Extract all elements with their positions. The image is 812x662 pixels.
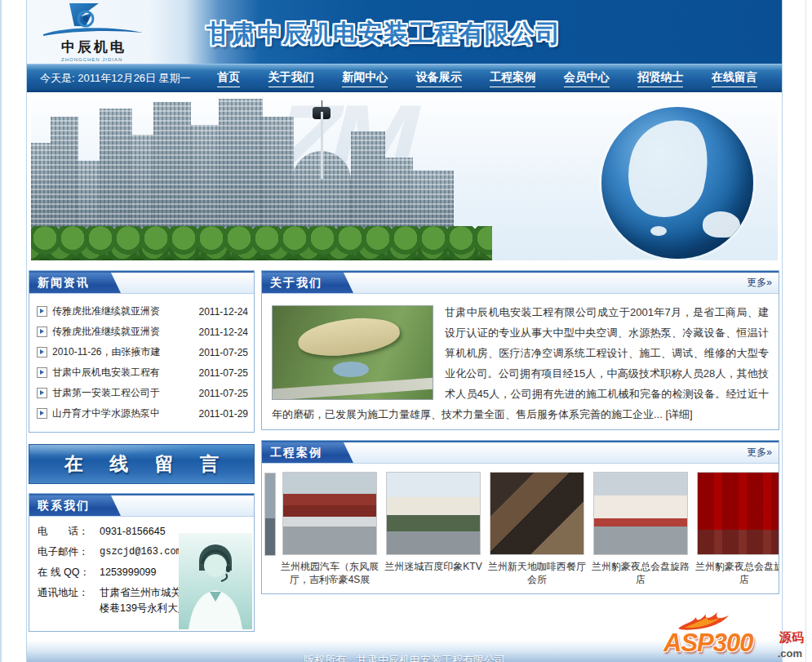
news-link[interactable]: 传雅虎批准继续就亚洲资 [52, 325, 189, 339]
cases-more-link[interactable]: 更多» [747, 446, 779, 460]
hero-banner: ZM [31, 97, 778, 260]
news-date: 2011-07-25 [189, 347, 248, 358]
case-thumbnail-partial [264, 473, 276, 556]
nav-item-members[interactable]: 会员中心 [564, 70, 610, 87]
city-skyline-graphic [31, 97, 490, 239]
news-list: 传雅虎批准继续就亚洲资 2011-12-24 传雅虎批准继续就亚洲资 2011-… [29, 294, 254, 432]
asp300-logo-text: ASP300 [663, 629, 752, 658]
news-date: 2011-12-24 [189, 327, 248, 338]
logo-cn-text: 中辰机电 [61, 38, 193, 56]
nav-item-home[interactable]: 首页 [217, 70, 240, 87]
news-row: 甘肃中辰机电安装工程有 2011-07-25 [37, 362, 248, 383]
case-caption-link[interactable]: 兰州新天地咖啡西餐厅会所 [487, 560, 587, 586]
about-detail-link[interactable]: [详细] [665, 408, 692, 420]
news-row: 传雅虎批准继续就亚洲资 2011-12-24 [37, 322, 248, 342]
news-link[interactable]: 传雅虎批准继续就亚洲资 [52, 304, 189, 318]
nav-item-guestbook[interactable]: 在线留言 [712, 70, 757, 87]
case-item: 兰州新天地咖啡西餐厅会所 [487, 472, 587, 586]
nav-item-jobs[interactable]: 招贤纳士 [637, 70, 683, 87]
about-body: 甘肃中辰机电安装工程有限公司成立于2001年7月，是省工商局、建设厅认证的专业从… [262, 294, 779, 429]
about-panel-header: 关于我们 更多» [262, 271, 779, 294]
news-row: 传雅虎批准继续就亚洲资 2011-12-24 [37, 301, 248, 322]
case-item: 兰州豹豪夜总会盘旋路店 [694, 472, 779, 586]
date-text: 今天是: 2011年12月26日 星期一 [27, 71, 207, 86]
case-thumbnail[interactable] [282, 472, 377, 555]
guestbook-banner-button[interactable]: 在 线 留 言 [29, 444, 255, 484]
case-caption-link[interactable]: 兰州豹豪夜总会盘旋路店 [694, 560, 779, 586]
case-item: 兰州迷城百度印象KTV [384, 472, 483, 586]
case-thumbnail[interactable] [593, 472, 688, 555]
tv-tower-graphic [312, 100, 331, 179]
viewport-edge-left [0, 0, 2, 662]
viewport-edge-right [805, 0, 806, 662]
arrow-bullet-icon [37, 408, 47, 419]
globe-graphic [601, 107, 753, 259]
news-panel-title: 新闻资讯 [29, 273, 121, 293]
about-panel-title: 关于我们 [262, 273, 353, 293]
asp300-watermark: ASP300 源码 .com [663, 615, 804, 660]
trees-graphic [31, 223, 492, 260]
cases-panel: 工程案例 更多» 兰州桃园汽车（东风展厅，吉利帝豪4S展 兰州迷城百度印象KTV [261, 440, 779, 594]
arrow-bullet-icon [37, 347, 47, 358]
contact-label: 电 话： [38, 524, 100, 540]
arrow-bullet-icon [37, 388, 47, 398]
page-title: 甘肃中辰机电安装工程有限公司 [206, 17, 561, 51]
main-navbar: 今天是: 2011年12月26日 星期一 首页 关于我们 新闻中心 设备展示 工… [27, 64, 782, 92]
customer-service-photo [179, 533, 252, 629]
cases-gallery: 兰州桃园汽车（东风展厅，吉利帝豪4S展 兰州迷城百度印象KTV 兰州新天地咖啡西… [262, 464, 779, 593]
news-row: 甘肃第一安装工程公司于 2011-07-25 [37, 383, 248, 403]
right-column: 关于我们 更多» 甘肃中辰机电安装工程有限公司成立于2001年7月，是省工商局、… [261, 270, 779, 594]
news-row: 山丹育才中学水源热泵中 2011-01-29 [37, 403, 248, 424]
contact-label: 通讯地址： [38, 585, 100, 616]
nav-menu: 首页 关于我们 新闻中心 设备展示 工程案例 会员中心 招贤纳士 在线留言 [207, 70, 782, 87]
about-panel: 关于我们 更多» 甘肃中辰机电安装工程有限公司成立于2001年7月，是省工商局、… [261, 270, 779, 430]
news-panel: 新闻资讯 传雅虎批准继续就亚洲资 2011-12-24 传雅虎批准继续就亚洲资 … [29, 270, 255, 433]
logo-en-text: ZHONGCHEN JIDIAN [61, 57, 193, 62]
arrow-bullet-icon [37, 367, 47, 378]
left-column: 新闻资讯 传雅虎批准继续就亚洲资 2011-12-24 传雅虎批准继续就亚洲资 … [29, 270, 255, 632]
content-area: 新闻资讯 传雅虎批准继续就亚洲资 2011-12-24 传雅虎批准继续就亚洲资 … [27, 264, 782, 632]
case-caption-link[interactable]: 兰州迷城百度印象KTV [384, 560, 483, 573]
guestbook-banner-label: 在 线 留 言 [54, 451, 229, 477]
company-aerial-photo[interactable] [272, 305, 433, 400]
arrow-bullet-icon [37, 327, 47, 337]
news-date: 2011-07-25 [189, 367, 248, 379]
nav-item-news[interactable]: 新闻中心 [342, 70, 388, 87]
company-logo[interactable]: 中辰机电 ZHONGCHEN JIDIAN [38, 2, 193, 62]
case-caption-link[interactable]: 兰州桃园汽车（东风展厅，吉利帝豪4S展 [280, 560, 379, 586]
contact-body: 电 话： 0931-8156645 电子邮件： gszcjd@163.com 在… [29, 517, 254, 631]
nav-item-equipment[interactable]: 设备展示 [416, 70, 462, 87]
news-date: 2011-07-25 [189, 388, 248, 399]
arrow-bullet-icon [37, 306, 47, 317]
page-container: 中辰机电 ZHONGCHEN JIDIAN 甘肃中辰机电安装工程有限公司 今天是… [26, 0, 783, 662]
about-more-link[interactable]: 更多» [747, 276, 779, 290]
site-header: 中辰机电 ZHONGCHEN JIDIAN 甘肃中辰机电安装工程有限公司 [27, 0, 782, 64]
nav-item-cases[interactable]: 工程案例 [490, 70, 535, 87]
news-link[interactable]: 2010-11-26，由张掖市建 [52, 345, 189, 359]
case-caption-link[interactable]: 兰州豹豪夜总会盘旋路店 [591, 560, 690, 586]
news-row: 2010-11-26，由张掖市建 2011-07-25 [37, 342, 248, 362]
news-date: 2011-01-29 [189, 408, 248, 420]
case-thumbnail[interactable] [386, 472, 481, 555]
logo-mark-icon [38, 2, 161, 41]
case-thumbnail[interactable] [697, 472, 779, 555]
cases-panel-header: 工程案例 更多» [262, 441, 779, 464]
news-date: 2011-12-24 [189, 306, 248, 318]
case-item: 兰州桃园汽车（东风展厅，吉利帝豪4S展 [280, 472, 379, 586]
asp300-com-text: .com [778, 647, 802, 660]
case-item: 兰州豹豪夜总会盘旋路店 [591, 472, 690, 586]
contact-label: 在 线 QQ： [38, 565, 100, 580]
news-link[interactable]: 甘肃第一安装工程公司于 [52, 386, 189, 400]
contact-panel-title: 联系我们 [29, 495, 121, 516]
contact-panel: 联系我们 电 话： 0931-8156645 电子邮件： gszcjd@163.… [29, 493, 255, 632]
news-panel-header: 新闻资讯 [29, 271, 254, 294]
contact-label: 电子邮件： [38, 544, 100, 560]
nav-item-about[interactable]: 关于我们 [268, 70, 314, 87]
news-link[interactable]: 甘肃中辰机电安装工程有 [52, 366, 189, 380]
contact-panel-header: 联系我们 [29, 494, 254, 517]
cases-panel-title: 工程案例 [262, 442, 353, 463]
news-link[interactable]: 山丹育才中学水源热泵中 [52, 407, 189, 420]
case-thumbnail[interactable] [490, 472, 584, 555]
asp300-yuanma-text: 源码 [779, 630, 804, 646]
